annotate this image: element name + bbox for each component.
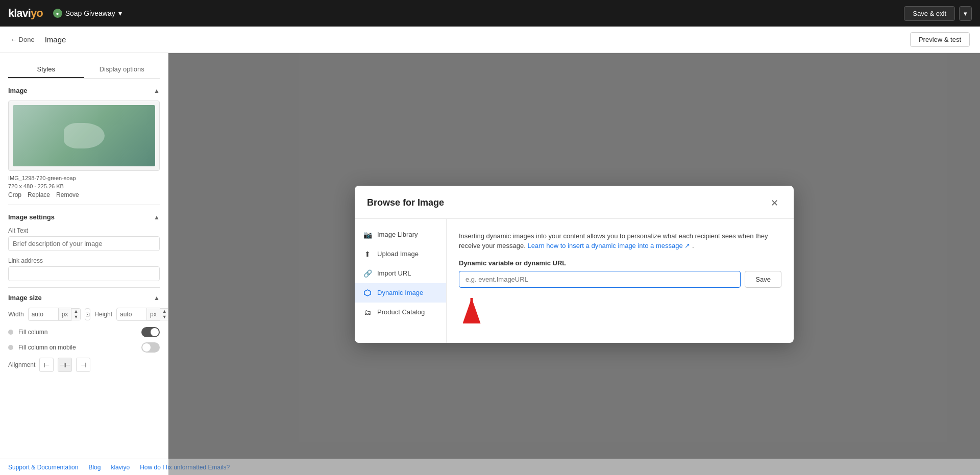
fill-column-mobile-label: Fill column on mobile — [18, 344, 136, 351]
image-section-title: Image — [8, 87, 28, 94]
save-exit-button[interactable]: Save & exit — [904, 6, 955, 21]
sidebar-item-image-library[interactable]: 📷 Image Library — [355, 225, 446, 244]
subnav-right: Preview & test — [910, 32, 970, 47]
modal-overlay: Browse for Image ✕ 📷 Image Library ⬆ Upl… — [168, 53, 980, 475]
link-address-input[interactable] — [8, 266, 160, 281]
main-layout: Styles Display options Image ▲ IMG_1298-… — [0, 53, 980, 475]
topbar-actions: Save & exit ▾ — [904, 6, 972, 21]
preview-test-button[interactable]: Preview & test — [910, 32, 970, 47]
image-preview-box — [8, 101, 160, 171]
align-left-button[interactable]: ⊢ — [39, 358, 54, 372]
red-arrow-indicator — [459, 293, 781, 331]
modal-title: Browse for Image — [367, 197, 444, 208]
save-exit-dropdown-button[interactable]: ▾ — [959, 6, 972, 21]
width-input[interactable] — [28, 308, 59, 321]
link-address-label: Link address — [8, 257, 160, 264]
fill-column-mobile-row: Fill column on mobile — [8, 342, 160, 353]
link-dimensions-button[interactable]: ⊡ — [85, 308, 90, 320]
sidebar-item-product-catalog[interactable]: 🗂 Product Catalog — [355, 303, 446, 322]
modal-close-button[interactable]: ✕ — [767, 196, 781, 210]
height-stepper: ▲ ▼ — [160, 308, 168, 320]
image-size-title: Image size — [8, 294, 42, 302]
sidebar-item-image-library-label: Image Library — [377, 231, 418, 238]
topbar: klaviyo ● Soap Giveaway ▾ Save & exit ▾ — [0, 0, 980, 27]
sidebar-item-dynamic-image-label: Dynamic Image — [377, 289, 423, 296]
width-decrement-button[interactable]: ▼ — [71, 314, 80, 320]
image-name: IMG_1298-720-green-soap — [8, 175, 160, 181]
modal-info-link[interactable]: Learn how to insert a dynamic image into… — [527, 242, 692, 249]
support-link[interactable]: Support & Documentation — [8, 464, 78, 471]
image-settings-header: Image settings ▲ — [8, 213, 160, 221]
soap-image-preview — [13, 105, 155, 166]
tab-display-options[interactable]: Display options — [84, 61, 160, 78]
tab-styles[interactable]: Styles — [8, 61, 84, 78]
dynamic-icon — [363, 288, 372, 297]
align-right-button[interactable]: ⊣ — [76, 358, 90, 372]
link-icon: 🔗 — [363, 269, 372, 278]
browse-image-modal: Browse for Image ✕ 📷 Image Library ⬆ Upl… — [355, 186, 794, 343]
width-unit: px — [59, 308, 72, 321]
arrow-svg — [459, 293, 484, 329]
fill-column-dot — [8, 330, 13, 335]
dynamic-variable-input[interactable] — [459, 271, 741, 288]
campaign-selector[interactable]: ● Soap Giveaway ▾ — [53, 9, 122, 18]
height-increment-button[interactable]: ▲ — [160, 309, 168, 314]
dynamic-variable-label: Dynamic variable or dynamic URL — [459, 259, 781, 267]
campaign-status-dot: ● — [53, 9, 62, 18]
sidebar-item-upload-image[interactable]: ⬆ Upload Image — [355, 244, 446, 264]
page-title: Image — [45, 35, 66, 44]
alt-text-row: Alt Text — [8, 227, 160, 251]
image-settings-section: Image settings ▲ Alt Text Link address — [8, 213, 160, 281]
modal-main: Inserting dynamic images into your conte… — [447, 219, 794, 343]
height-input-wrap: px ▲ ▼ — [116, 308, 168, 321]
height-unit: px — [147, 308, 160, 321]
modal-header: Browse for Image ✕ — [355, 186, 794, 219]
alt-text-input[interactable] — [8, 236, 160, 251]
replace-button[interactable]: Replace — [28, 191, 50, 198]
sidebar-item-upload-label: Upload Image — [377, 250, 419, 258]
done-back-button[interactable]: ← Done — [10, 36, 35, 43]
sidebar-item-import-url-label: Import URL — [377, 269, 411, 277]
image-section-collapse[interactable]: ▲ — [154, 87, 160, 94]
modal-sidebar: 📷 Image Library ⬆ Upload Image 🔗 Import … — [355, 219, 447, 343]
image-settings-title: Image settings — [8, 213, 55, 221]
main-content: CUSTOMERS Browse for Image ✕ 📷 Image Lib… — [168, 53, 980, 475]
sidebar-item-dynamic-image[interactable]: Dynamic Image — [355, 283, 446, 303]
fill-column-toggle[interactable] — [141, 327, 160, 337]
camera-icon: 📷 — [363, 230, 372, 239]
size-section-collapse[interactable]: ▲ — [154, 294, 160, 302]
campaign-name: Soap Giveaway — [65, 9, 115, 17]
sidebar-item-import-url[interactable]: 🔗 Import URL — [355, 264, 446, 283]
align-center-button[interactable]: ⊣⊢ — [58, 358, 72, 372]
dynamic-input-row: Save — [459, 271, 781, 288]
link-address-row: Link address — [8, 257, 160, 281]
fill-column-mobile-toggle[interactable] — [141, 342, 160, 353]
crop-button[interactable]: Crop — [8, 191, 21, 198]
fill-column-knob — [151, 328, 159, 336]
soap-shape-decoration — [64, 123, 105, 148]
fill-column-mobile-knob — [142, 343, 151, 352]
modal-info-text: Inserting dynamic images into your conte… — [459, 231, 781, 251]
external-link-icon: ↗ — [684, 242, 690, 249]
width-increment-button[interactable]: ▲ — [71, 309, 80, 314]
image-dimensions: 720 x 480 · 225.26 KB — [8, 183, 160, 189]
height-decrement-button[interactable]: ▼ — [160, 314, 168, 320]
left-sidebar: Styles Display options Image ▲ IMG_1298-… — [0, 53, 168, 475]
image-size-header: Image size ▲ — [8, 294, 160, 302]
klaviyo-link[interactable]: klaviyo — [111, 464, 130, 471]
modal-save-button[interactable]: Save — [745, 271, 781, 288]
height-input[interactable] — [116, 308, 147, 321]
modal-body: 📷 Image Library ⬆ Upload Image 🔗 Import … — [355, 219, 794, 343]
image-section-header: Image ▲ — [8, 87, 160, 94]
fill-column-row: Fill column — [8, 327, 160, 337]
width-input-wrap: px ▲ ▼ — [28, 308, 81, 321]
alignment-label: Alignment — [8, 361, 35, 368]
height-label: Height — [94, 311, 112, 318]
settings-section-collapse[interactable]: ▲ — [154, 214, 160, 221]
width-label: Width — [8, 311, 24, 318]
image-actions: Crop Replace Remove — [8, 191, 160, 198]
width-stepper: ▲ ▼ — [71, 308, 81, 320]
remove-button[interactable]: Remove — [56, 191, 79, 198]
blog-link[interactable]: Blog — [88, 464, 101, 471]
subnav: ← Done Image Preview & test — [0, 27, 980, 53]
